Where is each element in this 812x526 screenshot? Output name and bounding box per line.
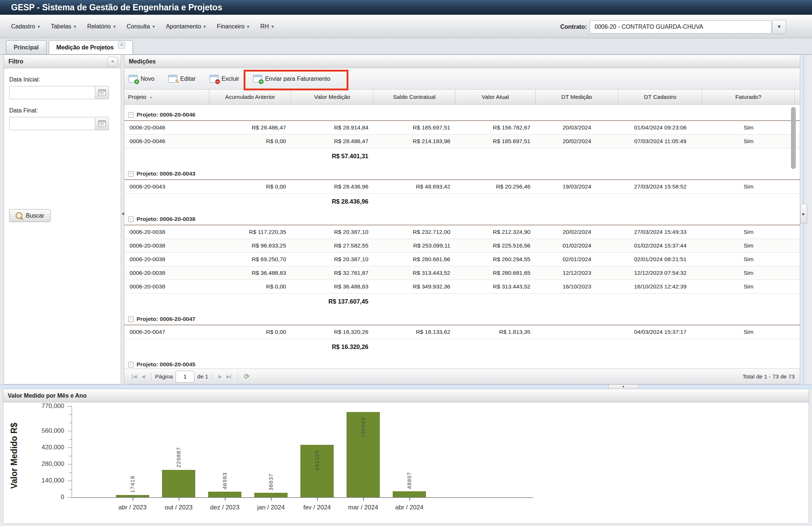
x-tick	[271, 497, 272, 501]
last-page-icon[interactable]: ▶	[226, 374, 231, 379]
table-row[interactable]: 0006-20-0038R$ 69.250,70R$ 20.387,10R$ 2…	[124, 253, 800, 266]
collapse-group-icon[interactable]: −	[128, 171, 134, 177]
group-header[interactable]: −Projeto: 0006-20-0047	[124, 314, 800, 325]
group-header[interactable]: −Projeto: 0006-20-0046	[124, 109, 800, 121]
column-header-projeto[interactable]: Projeto▲	[124, 90, 209, 104]
cell: Sim	[702, 270, 795, 276]
cell: 0006-20-0043	[124, 183, 209, 190]
table-row[interactable]: 0006-20-0038R$ 117.220,35R$ 20.387,10R$ …	[124, 225, 800, 239]
menu-item-label: Financeiro	[217, 23, 245, 30]
collapse-group-icon[interactable]: −	[128, 316, 134, 322]
group-total-row: R$ 28.436,96	[124, 194, 800, 209]
x-tick	[409, 497, 410, 501]
contract-combobox[interactable]: 0006-20 - CONTRATO GUARDA-CHUVA	[590, 20, 771, 34]
refresh-icon[interactable]: ⟳	[244, 372, 250, 381]
collapse-panel-icon[interactable]: «	[107, 57, 118, 66]
menu-item-label: Relatório	[87, 23, 111, 30]
buscar-button[interactable]: Buscar	[9, 209, 51, 222]
menu-item-label: Consulta	[127, 23, 150, 30]
menu-item-label: Cadastro	[11, 23, 35, 30]
column-header-acumulado-anterior[interactable]: Acumulado Anterior	[209, 90, 291, 104]
table-row[interactable]: 0006-20-0038R$ 0,00R$ 36.488,83R$ 349.93…	[124, 280, 800, 294]
close-icon[interactable]: ✕	[118, 42, 125, 49]
x-tick	[363, 497, 364, 501]
next-page-icon[interactable]: ▶	[218, 374, 222, 379]
page-number-input[interactable]	[176, 371, 194, 383]
calendar-button[interactable]	[95, 117, 109, 130]
chevron-down-icon[interactable]: ▾	[772, 20, 786, 34]
cell: R$ 28.486,47	[209, 124, 291, 131]
column-header-faturado-[interactable]: Faturado?	[702, 90, 795, 104]
cell: R$ 0,00	[209, 183, 291, 190]
grid-column-headers: Projeto▲Acumulado AnteriorValor MediçãoS…	[124, 89, 800, 105]
app-title: GESP - Sistema de Gestão de Engenharia e…	[0, 0, 812, 15]
data-final-label: Data Final:	[9, 107, 121, 114]
cell: R$ 18.133,62	[374, 329, 455, 335]
menu-item-financeiro[interactable]: Financeiro▾	[217, 23, 250, 30]
x-tick-label: jan / 2024	[245, 504, 297, 511]
sort-asc-icon: ▲	[149, 95, 152, 99]
left-splitter-handle[interactable]: ◀	[121, 204, 124, 223]
group-header-label: Projeto: 0006-20-0043	[137, 168, 195, 179]
collapse-group-icon[interactable]: −	[128, 112, 134, 118]
cell: 0006-20-0038	[124, 283, 209, 290]
pager-separator	[151, 373, 151, 380]
calendar-button[interactable]	[95, 86, 109, 99]
data-final-input[interactable]	[9, 117, 95, 130]
tab-principal[interactable]: Principal	[6, 40, 47, 54]
table-row[interactable]: 0006-20-0043R$ 0,00R$ 28.436,96R$ 48.693…	[124, 180, 800, 194]
toolbar-button-excluir[interactable]: −Excluir	[210, 75, 239, 83]
prev-page-icon[interactable]: ◀	[141, 374, 145, 379]
group-total-value: R$ 137.607,45	[291, 298, 374, 305]
group-header[interactable]: −Projeto: 0006-20-0045	[124, 359, 800, 368]
medicoes-title: Medições	[129, 55, 156, 68]
menu-item-relatório[interactable]: Relatório▾	[87, 23, 116, 30]
data-inicial-input[interactable]	[9, 86, 95, 99]
bar-value-label: 441325	[314, 450, 320, 471]
bottom-splitter[interactable]	[0, 384, 812, 389]
menu-item-apontamento[interactable]: Apontamento▾	[166, 23, 206, 30]
collapse-group-icon[interactable]: −	[128, 362, 134, 367]
menu-item-tabelas[interactable]: Tabelas▾	[51, 23, 76, 30]
column-header-valor-atual[interactable]: Valor Atual	[455, 90, 536, 104]
chart-title: Valor Medido por Mês e Ano	[8, 389, 87, 402]
column-header-saldo-contratual[interactable]: Saldo Contratual	[374, 90, 455, 104]
toolbar-button-novo[interactable]: +Novo	[129, 75, 154, 83]
table-row[interactable]: 0006-20-0046R$ 0,00R$ 28.486,47R$ 214.18…	[124, 135, 800, 148]
cell: 0006-20-0038	[124, 229, 209, 235]
first-page-icon[interactable]: ◀	[132, 374, 137, 379]
menu-item-rh[interactable]: RH▾	[260, 23, 273, 30]
chevron-down-icon: ▼	[622, 385, 625, 388]
group-header[interactable]: −Projeto: 0006-20-0043	[124, 168, 800, 180]
group-header[interactable]: −Projeto: 0006-20-0038	[124, 214, 800, 225]
table-row[interactable]: 0006-20-0038R$ 36.488,83R$ 32.761,87R$ 3…	[124, 266, 800, 280]
menu-item-consulta[interactable]: Consulta▾	[127, 23, 155, 30]
group-header-label: Projeto: 0006-20-0047	[137, 314, 195, 325]
menu-item-cadastro[interactable]: Cadastro▾	[11, 23, 40, 30]
cell: R$ 69.250,70	[209, 256, 291, 263]
pager-separator	[237, 373, 238, 380]
cell: 16/10/2023	[536, 283, 618, 290]
cell: 27/03/2024 15:49:33	[618, 229, 702, 235]
toolbar-button-editar[interactable]: ✎Editar	[168, 75, 196, 83]
row-group: −Projeto: 0006-20-00470006-20-0047R$ 0,0…	[124, 314, 800, 354]
collapse-group-icon[interactable]: −	[128, 217, 134, 222]
table-row[interactable]: 0006-20-0038R$ 96.833,25R$ 27.582,55R$ 2…	[124, 239, 800, 253]
pager-bar: ◀ ◀ Página de 1 ▶ ▶ ⟳ Total de 1 - 73 de…	[124, 368, 800, 384]
column-header-valor-medi-o[interactable]: Valor Medição	[291, 90, 374, 104]
cell: Sim	[702, 329, 795, 335]
tab-medicao-de-projetos[interactable]: Medição de Projetos ✕	[49, 40, 133, 54]
cell: 12/12/2023	[536, 270, 618, 276]
chart-panel: Valor Medido por Mês e Ano Valor Medido …	[3, 389, 809, 524]
cell: Sim	[702, 138, 795, 145]
table-row[interactable]: 0006-20-0047R$ 0,00R$ 16.320,26R$ 18.133…	[124, 325, 800, 339]
medicoes-panel-header: Medições	[124, 55, 800, 68]
cell: 0006-20-0038	[124, 242, 209, 249]
y-minor-tick	[69, 456, 72, 456]
column-header-dt-medi-o[interactable]: DT Medição	[536, 90, 618, 104]
vertical-scrollbar-thumb[interactable]	[791, 107, 796, 169]
column-header-dt-cadastro[interactable]: DT Cadastro	[618, 90, 702, 104]
table-row[interactable]: 0006-20-0046R$ 28.486,47R$ 28.914,84R$ 1…	[124, 121, 800, 135]
right-splitter-handle[interactable]: ▶	[800, 204, 807, 224]
menu-item-label: Tabelas	[51, 23, 71, 30]
